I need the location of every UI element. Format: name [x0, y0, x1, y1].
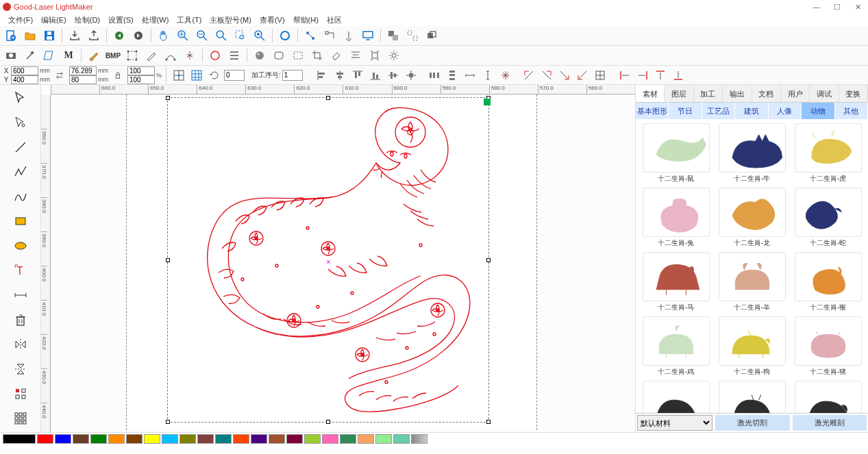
menu-file[interactable]: 文件(F)	[4, 14, 37, 26]
align-left-button[interactable]	[314, 67, 330, 84]
color-swatch[interactable]	[197, 434, 214, 444]
color-swatch[interactable]	[215, 434, 232, 444]
asset-thumb[interactable]	[719, 252, 786, 301]
menu-draw[interactable]: 绘制(D)	[71, 14, 104, 26]
ungroup-button[interactable]	[404, 27, 421, 44]
tab-0[interactable]: 素材	[636, 85, 665, 102]
align-text-button[interactable]	[347, 47, 364, 64]
color-swatch[interactable]	[304, 434, 321, 444]
cat-4[interactable]: 人像	[769, 103, 802, 119]
color-swatch[interactable]	[322, 434, 338, 444]
cat-6[interactable]: 其他	[835, 103, 868, 119]
tab-5[interactable]: 用户	[781, 85, 810, 102]
color-swatch[interactable]	[37, 434, 53, 444]
tab-6[interactable]: 调试	[810, 85, 839, 102]
zoom-page-button[interactable]	[277, 27, 293, 44]
zoom-in-button[interactable]	[175, 27, 191, 44]
color-swatch[interactable]	[162, 434, 178, 444]
color-swatch[interactable]	[340, 434, 356, 444]
eraser-button[interactable]	[328, 47, 345, 64]
maximize-button[interactable]: ☐	[827, 0, 847, 14]
material-select[interactable]: 默认材料	[637, 415, 712, 431]
bounds-button[interactable]	[124, 47, 140, 64]
same-size-button[interactable]	[497, 67, 514, 84]
menu-community[interactable]: 社区	[323, 14, 346, 26]
edge-bottom-button[interactable]	[670, 67, 686, 84]
pen-button[interactable]	[143, 47, 160, 64]
zoom-selection-button[interactable]	[232, 27, 249, 44]
grid-3x3-button[interactable]	[188, 67, 205, 84]
menu-edit[interactable]: 编辑(E)	[37, 14, 71, 26]
corner-tl-button[interactable]	[521, 67, 537, 84]
curve-button[interactable]	[162, 47, 179, 64]
asset-thumb[interactable]	[719, 123, 786, 173]
align-bottom-button[interactable]	[367, 67, 384, 84]
dist-v-button[interactable]	[444, 67, 460, 84]
corner-bl-button[interactable]	[574, 67, 591, 84]
node-edit-tool[interactable]	[10, 114, 31, 131]
import-button[interactable]	[66, 27, 83, 44]
tab-4[interactable]: 文档	[752, 85, 781, 102]
asset-thumb[interactable]	[643, 123, 710, 173]
menu-view[interactable]: 查看(V)	[256, 14, 289, 26]
select-tool[interactable]	[10, 89, 31, 107]
color-swatch[interactable]	[251, 434, 267, 444]
rotate-button[interactable]	[206, 67, 223, 84]
align-center-button[interactable]	[403, 67, 419, 84]
same-height-button[interactable]	[480, 67, 496, 84]
origin-marker[interactable]	[484, 99, 491, 105]
export-button[interactable]	[86, 27, 102, 44]
skew-button[interactable]	[41, 47, 58, 64]
group-button[interactable]	[385, 27, 401, 44]
x-input[interactable]	[11, 66, 38, 75]
cat-1[interactable]: 节日	[669, 103, 702, 119]
close-button[interactable]: ✕	[847, 0, 868, 14]
cut-node-button[interactable]	[182, 47, 198, 64]
y-input[interactable]	[11, 75, 38, 84]
mirror-h-tool[interactable]	[10, 336, 31, 353]
asset-thumb[interactable]	[795, 188, 862, 237]
gear-button[interactable]	[386, 47, 402, 64]
sx-input[interactable]	[127, 66, 155, 75]
color-swatch[interactable]	[55, 434, 71, 444]
list-button[interactable]	[226, 47, 243, 64]
rect-dash-button[interactable]	[290, 47, 306, 64]
node-tool-3[interactable]	[340, 27, 357, 44]
array-tool[interactable]	[10, 385, 31, 403]
grid-button[interactable]	[592, 67, 608, 84]
delete-tool[interactable]	[10, 311, 31, 329]
asset-thumb[interactable]	[643, 316, 710, 366]
tab-2[interactable]: 加工	[694, 85, 723, 102]
color-swatch[interactable]	[179, 434, 196, 444]
color-swatch[interactable]	[144, 434, 160, 444]
open-file-button[interactable]	[22, 27, 38, 44]
mirror-v-tool[interactable]	[10, 360, 31, 378]
cat-2[interactable]: 工艺品	[702, 103, 735, 119]
edge-left-button[interactable]	[617, 67, 633, 84]
polyline-tool[interactable]	[10, 163, 31, 181]
same-width-button[interactable]	[462, 67, 478, 84]
color-swatch[interactable]	[375, 434, 392, 444]
layer-button[interactable]	[423, 27, 440, 44]
wand-button[interactable]	[22, 47, 38, 64]
menu-board[interactable]: 主板型号(M)	[206, 14, 256, 26]
dist-h-button[interactable]	[426, 67, 443, 84]
procseq-input[interactable]	[282, 70, 303, 81]
swap-xy-button[interactable]	[51, 67, 68, 84]
zoom-out-button[interactable]	[194, 27, 210, 44]
asset-thumb[interactable]	[719, 188, 786, 237]
grid-array-tool[interactable]	[10, 409, 31, 427]
rotate-input[interactable]	[224, 70, 245, 81]
measure-tool[interactable]	[10, 286, 31, 304]
redo-button[interactable]	[130, 27, 147, 44]
focus-button[interactable]	[367, 47, 383, 64]
tab-1[interactable]: 图层	[665, 85, 693, 102]
text-m-button[interactable]: M	[60, 47, 77, 64]
menu-settings[interactable]: 设置(S)	[104, 14, 138, 26]
align-vcenter-button[interactable]	[385, 67, 401, 84]
asset-thumb[interactable]	[643, 381, 710, 413]
align-top-button[interactable]	[349, 67, 366, 84]
sy-input[interactable]	[127, 75, 155, 84]
snake-artwork[interactable]	[174, 101, 482, 416]
minimize-button[interactable]: —	[806, 0, 827, 14]
